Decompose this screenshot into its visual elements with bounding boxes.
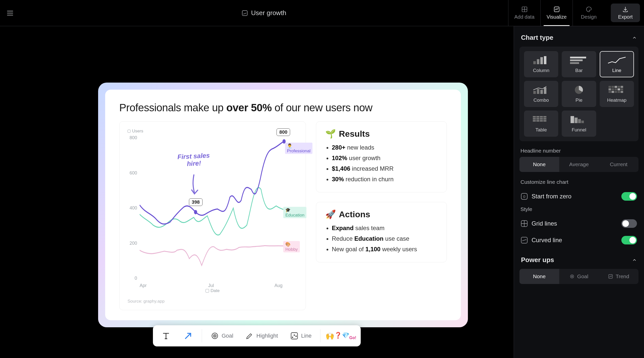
svg-rect-28 bbox=[615, 86, 617, 88]
line-chart-icon bbox=[290, 332, 299, 340]
section-powerups[interactable]: Power ups bbox=[519, 253, 638, 269]
svg-rect-38 bbox=[615, 91, 617, 93]
export-button[interactable]: Export bbox=[611, 4, 640, 22]
arrow-tool[interactable] bbox=[180, 328, 197, 343]
x-axis-label: Date bbox=[128, 288, 298, 293]
chart-type-label: Line bbox=[612, 68, 621, 73]
legend-hobby: 🎨 Hobby bbox=[283, 241, 300, 252]
chart-type-line[interactable]: Line bbox=[600, 51, 634, 77]
x-ticks: Apr Jul Aug bbox=[128, 283, 298, 288]
chart-type-combo[interactable]: Combo bbox=[524, 81, 558, 107]
chart-type-column[interactable]: Column bbox=[524, 51, 558, 77]
section-label: Power ups bbox=[521, 256, 554, 264]
svg-rect-44 bbox=[543, 116, 546, 118]
seg-label: Trend bbox=[616, 273, 629, 279]
svg-rect-18 bbox=[570, 57, 586, 58]
chart-type-grid: Column Bar Line Combo Pie bbox=[519, 47, 638, 141]
results-box[interactable]: 🌱Results 280+ new leads 102% user growth… bbox=[316, 121, 447, 192]
divider bbox=[320, 329, 320, 342]
svg-rect-40 bbox=[621, 91, 623, 93]
stickers-tool[interactable]: 🙌 ❓ 💎 Go! bbox=[326, 332, 356, 340]
toggle-curved-line: Curved line bbox=[519, 232, 638, 248]
svg-rect-17 bbox=[544, 56, 546, 64]
chart-type-label: Heatmap bbox=[607, 97, 626, 103]
svg-rect-48 bbox=[543, 118, 546, 120]
chart-type-pie[interactable]: Pie bbox=[562, 81, 596, 107]
legend-education: 🎓 Education bbox=[283, 207, 306, 218]
grid-icon bbox=[521, 220, 528, 227]
grid-icon bbox=[521, 6, 528, 13]
chart-icon bbox=[242, 10, 248, 16]
svg-point-12 bbox=[294, 335, 295, 336]
highlight-tool[interactable]: Highlight bbox=[242, 329, 281, 343]
actions-heading: Actions bbox=[339, 209, 370, 219]
svg-rect-34 bbox=[618, 88, 620, 90]
mode-design[interactable]: Design bbox=[573, 0, 605, 26]
switch-grid-lines[interactable] bbox=[621, 219, 637, 228]
chart-type-bar[interactable]: Bar bbox=[562, 51, 596, 77]
chart-card[interactable]: Professionals make up over 50% of our ne… bbox=[105, 90, 461, 320]
annotation-first-sales[interactable]: First saleshire! bbox=[177, 152, 210, 168]
svg-rect-45 bbox=[533, 118, 536, 120]
chevron-up-icon bbox=[632, 258, 637, 263]
sidebar: Chart type Column Bar Line Combo Pi bbox=[514, 26, 644, 358]
chart-type-label: Pie bbox=[576, 97, 582, 103]
page-title: User growth bbox=[20, 9, 508, 17]
chevron-up-icon bbox=[632, 35, 637, 40]
chart-source: Source: graphy.app bbox=[128, 299, 298, 304]
mode-add-data[interactable]: Add data bbox=[508, 0, 540, 26]
chart-type-funnel[interactable]: Funnel bbox=[562, 111, 596, 137]
results-heading: Results bbox=[339, 129, 370, 139]
svg-rect-29 bbox=[618, 86, 620, 88]
switch-start-from-zero[interactable] bbox=[621, 192, 637, 201]
line-tool[interactable]: Line bbox=[287, 329, 315, 343]
series-hobby bbox=[140, 246, 298, 266]
svg-rect-37 bbox=[612, 91, 614, 93]
svg-point-9 bbox=[214, 336, 215, 336]
headline-none[interactable]: None bbox=[519, 157, 559, 172]
svg-rect-54 bbox=[575, 118, 578, 123]
svg-rect-35 bbox=[621, 88, 623, 90]
svg-rect-16 bbox=[540, 57, 543, 64]
svg-rect-51 bbox=[540, 120, 543, 122]
section-label: Chart type bbox=[521, 34, 553, 42]
svg-rect-21 bbox=[533, 91, 536, 94]
switch-curved-line[interactable] bbox=[621, 236, 637, 244]
annotation-arrow[interactable] bbox=[187, 173, 202, 196]
powerup-trend[interactable]: Trend bbox=[599, 269, 638, 284]
section-chart-type[interactable]: Chart type bbox=[519, 31, 638, 47]
svg-rect-55 bbox=[578, 119, 581, 123]
target-icon bbox=[211, 332, 219, 340]
powerups-segment: None Goal Trend bbox=[519, 269, 638, 284]
title-suffix: of our new users now bbox=[272, 102, 372, 114]
tool-label: Highlight bbox=[256, 333, 278, 339]
chart-type-table[interactable]: Table bbox=[524, 111, 558, 137]
chart-type-label: Bar bbox=[575, 68, 583, 73]
chart-type-heatmap[interactable]: Heatmap bbox=[600, 81, 634, 107]
mode-visualize[interactable]: Visualize bbox=[540, 0, 573, 26]
chart-type-label: Funnel bbox=[572, 127, 586, 133]
menu-icon[interactable] bbox=[7, 11, 13, 15]
headline-current[interactable]: Current bbox=[599, 157, 638, 172]
plot-area: 398 800 👨‍💼 Professional 🎓 Education 🎨 H… bbox=[140, 135, 298, 281]
svg-rect-31 bbox=[609, 88, 611, 90]
powerup-none[interactable]: None bbox=[519, 269, 559, 284]
svg-rect-50 bbox=[536, 120, 539, 122]
text-tool[interactable] bbox=[157, 328, 175, 343]
powerup-goal[interactable]: Goal bbox=[559, 269, 599, 284]
goal-tool[interactable]: Goal bbox=[207, 329, 237, 343]
mode-label: Add data bbox=[514, 14, 534, 20]
actions-emoji-icon: 🚀 bbox=[325, 209, 336, 219]
tool-label: Goal bbox=[222, 333, 233, 339]
canvas[interactable]: Professionals make up over 50% of our ne… bbox=[0, 26, 514, 358]
highlighter-icon bbox=[245, 332, 254, 340]
palette-icon bbox=[586, 6, 592, 13]
headline-average[interactable]: Average bbox=[559, 157, 599, 172]
svg-rect-52 bbox=[543, 120, 546, 122]
svg-rect-15 bbox=[537, 59, 539, 64]
svg-rect-30 bbox=[621, 86, 623, 88]
chart-container[interactable]: Users 8006004002000 bbox=[119, 121, 306, 310]
divider bbox=[202, 329, 202, 342]
actions-box[interactable]: 🚀Actions Expand sales team Reduce Educat… bbox=[316, 202, 447, 262]
annotation-toolbar: Goal Highlight Line 🙌 ❓ 💎 Go! bbox=[153, 325, 361, 346]
